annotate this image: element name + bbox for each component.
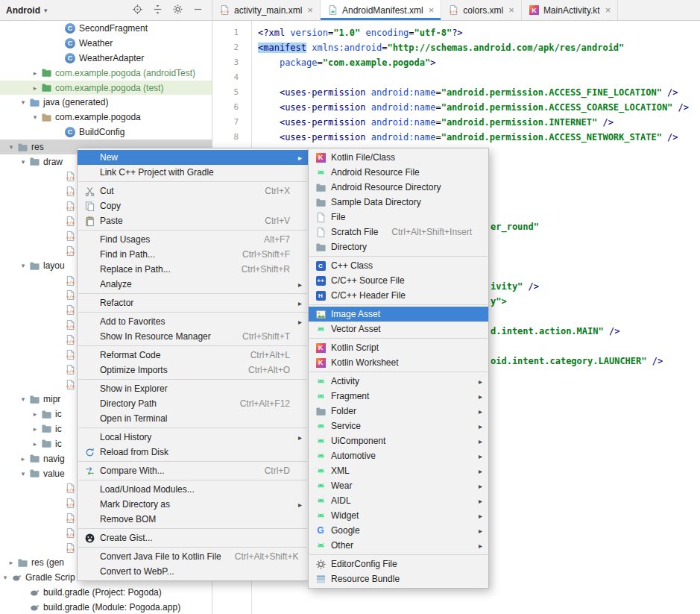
tree-expand-chevron[interactable]: ▸ bbox=[18, 455, 28, 463]
submenu-item-editorconfig-file[interactable]: EditorConfig File bbox=[309, 557, 488, 571]
tree-row-weatheradapter[interactable]: C WeatherAdapter bbox=[0, 51, 212, 66]
menu-item-show-in-resource-manager[interactable]: Show In Resource Manager Ctrl+Shift+T bbox=[78, 329, 308, 344]
menu-item-compare-with[interactable]: Compare With... Ctrl+D bbox=[78, 463, 308, 478]
menu-item-copy[interactable]: Copy bbox=[78, 198, 308, 213]
menu-item-convert-java-file-to-kotlin-file[interactable]: Convert Java File to Kotlin File Ctrl+Al… bbox=[78, 549, 308, 564]
tree-row-secondfragment[interactable]: C SecondFragment bbox=[0, 21, 212, 36]
tree-row-com-example-pogoda[interactable]: ▾ com.example.pogoda bbox=[0, 110, 212, 125]
submenu-item-sample-data-directory[interactable]: Sample Data Directory bbox=[309, 195, 488, 210]
menu-item-optimize-imports[interactable]: Optimize Imports Ctrl+Alt+O bbox=[78, 363, 308, 378]
project-view-selector[interactable]: Android ▾ bbox=[6, 5, 48, 16]
editor-tab-activity-main-xml[interactable]: </> activity_main.xml × bbox=[212, 0, 321, 20]
submenu-item-vector-asset[interactable]: Vector Asset bbox=[309, 322, 488, 336]
android-icon bbox=[314, 480, 327, 492]
submenu-arrow-icon: ▸ bbox=[294, 433, 302, 442]
submenu-item-image-asset[interactable]: Image Asset bbox=[309, 307, 488, 322]
submenu-item-widget[interactable]: Widget ▸ bbox=[309, 508, 488, 523]
project-toolbar-actions bbox=[130, 4, 204, 17]
submenu-item-service[interactable]: Service ▸ bbox=[309, 419, 488, 433]
menu-item-analyze[interactable]: Analyze ▸ bbox=[78, 277, 308, 292]
menu-item-refactor[interactable]: Refactor ▸ bbox=[78, 295, 308, 310]
close-tab-icon[interactable]: × bbox=[307, 4, 313, 16]
menu-separator bbox=[78, 181, 307, 182]
tree-row-com-example-pogoda-androidtest[interactable]: ▸ com.example.pogoda (androidTest) bbox=[0, 66, 212, 81]
submenu-item-folder[interactable]: Folder ▸ bbox=[309, 404, 488, 419]
submenu-item-fragment[interactable]: Fragment ▸ bbox=[309, 389, 488, 404]
submenu-item-uicomponent[interactable]: UiComponent ▸ bbox=[309, 433, 488, 448]
editorconfig-icon bbox=[314, 558, 327, 570]
menu-item-mark-directory-as[interactable]: Mark Directory as ▸ bbox=[78, 497, 308, 512]
tree-expand-chevron[interactable]: ▾ bbox=[18, 262, 28, 269]
submenu-item-android-resource-directory[interactable]: Android Resource Directory bbox=[309, 180, 488, 195]
tree-expand-chevron[interactable]: ▸ bbox=[30, 410, 40, 418]
tree-expand-chevron[interactable]: ▸ bbox=[30, 440, 40, 448]
editor-tab-mainactivity-kt[interactable]: K MainActivity.kt × bbox=[522, 0, 618, 20]
close-tab-icon[interactable]: × bbox=[605, 4, 611, 16]
menu-item-reload-from-disk[interactable]: Reload from Disk bbox=[78, 445, 308, 460]
menu-item-local-history[interactable]: Local History ▸ bbox=[78, 430, 308, 445]
editor-tab-colors-xml[interactable]: </> colors.xml × bbox=[441, 0, 522, 20]
tree-expand-chevron[interactable]: ▾ bbox=[18, 470, 28, 477]
menu-item-paste[interactable]: Paste Ctrl+V bbox=[78, 213, 308, 228]
menu-item-reformat-code[interactable]: Reformat Code Ctrl+Alt+L bbox=[78, 348, 308, 363]
tree-expand-chevron[interactable]: ▾ bbox=[30, 113, 40, 121]
submenu-item-xml[interactable]: XML ▸ bbox=[309, 463, 488, 478]
close-tab-icon[interactable]: × bbox=[508, 4, 514, 16]
submenu-item-other[interactable]: Other ▸ bbox=[309, 538, 488, 553]
menu-item-find-in-path[interactable]: Find in Path... Ctrl+Shift+F bbox=[78, 247, 308, 262]
toolbar-button[interactable] bbox=[191, 4, 204, 17]
submenu-item-scratch-file[interactable]: Scratch File Ctrl+Alt+Shift+Insert bbox=[309, 225, 488, 239]
tree-expand-chevron[interactable]: ▾ bbox=[18, 395, 28, 403]
tree-expand-chevron[interactable]: ▸ bbox=[6, 559, 16, 566]
tree-expand-chevron[interactable]: ▾ bbox=[0, 574, 10, 581]
menu-item-find-usages[interactable]: Find Usages Alt+F7 bbox=[78, 232, 308, 247]
tree-row-build-gradle-module-pogoda-app[interactable]: build.gradle (Module: Pogoda.app) bbox=[0, 600, 212, 614]
editor-tab-androidmanifest-xml[interactable]: AndroidManifest.xml × bbox=[321, 0, 441, 20]
submenu-item-kotlin-worksheet[interactable]: K Kotlin Worksheet bbox=[309, 355, 488, 370]
tree-row-com-example-pogoda-test[interactable]: ▸ com.example.pogoda (test) bbox=[0, 81, 212, 95]
tree-row-buildconfig[interactable]: C BuildConfig bbox=[0, 125, 212, 140]
close-tab-icon[interactable]: × bbox=[429, 4, 435, 16]
menu-item-remove-bom[interactable]: Remove BOM bbox=[78, 512, 308, 527]
tree-row-java-generated[interactable]: ▾ java (generated) bbox=[0, 95, 212, 110]
submenu-item-c-class[interactable]: C C++ Class bbox=[309, 258, 488, 273]
tree-expand-chevron[interactable]: ▾ bbox=[6, 143, 16, 151]
submenu-item-automotive[interactable]: Automotive ▸ bbox=[309, 448, 488, 463]
menu-item-show-in-explorer[interactable]: Show in Explorer bbox=[78, 381, 308, 396]
submenu-arrow-icon: ▸ bbox=[475, 407, 482, 416]
tree-expand-chevron[interactable]: ▾ bbox=[18, 158, 28, 166]
menu-item-new[interactable]: New ▸ bbox=[78, 150, 308, 165]
tree-row-weather[interactable]: C Weather bbox=[0, 36, 212, 51]
submenu-item-google[interactable]: G Google ▸ bbox=[309, 523, 488, 538]
menu-item-link-c-project-with-gradle[interactable]: Link C++ Project with Gradle bbox=[78, 165, 308, 180]
folder-icon bbox=[28, 260, 40, 272]
menu-item-add-to-favorites[interactable]: Add to Favorites ▸ bbox=[78, 314, 308, 329]
menu-item-replace-in-path[interactable]: Replace in Path... Ctrl+Shift+R bbox=[78, 262, 308, 277]
submenu-item-aidl[interactable]: AIDL ▸ bbox=[309, 493, 488, 508]
submenu-item-activity[interactable]: Activity ▸ bbox=[309, 374, 488, 389]
menu-item-open-in-terminal[interactable]: Open in Terminal bbox=[78, 411, 308, 426]
toolbar-button[interactable] bbox=[171, 4, 184, 17]
menu-item-create-gist[interactable]: Create Gist... bbox=[78, 530, 308, 545]
submenu-item-kotlin-script[interactable]: K Kotlin Script bbox=[309, 340, 488, 355]
submenu-item-resource-bundle[interactable]: Resource Bundle bbox=[309, 571, 488, 586]
toolbar-button[interactable] bbox=[130, 4, 144, 17]
submenu-item-android-resource-file[interactable]: Android Resource File bbox=[309, 165, 488, 180]
tree-expand-chevron[interactable]: ▾ bbox=[18, 98, 28, 106]
submenu-item-directory[interactable]: Directory bbox=[309, 239, 488, 254]
menu-item-cut[interactable]: Cut Ctrl+X bbox=[78, 184, 308, 198]
toolbar-button[interactable] bbox=[151, 4, 164, 17]
tree-row-build-gradle-project-pogoda[interactable]: build.gradle (Project: Pogoda) bbox=[0, 585, 212, 600]
submenu-item-c-c-source-file[interactable]: ++ C/C++ Source File bbox=[309, 273, 488, 288]
submenu-item-wear[interactable]: Wear ▸ bbox=[309, 478, 488, 493]
submenu-item-kotlin-file-class[interactable]: K Kotlin File/Class bbox=[309, 150, 488, 165]
menu-item-load-unload-modules[interactable]: Load/Unload Modules... bbox=[78, 482, 308, 497]
menu-item-convert-to-webp[interactable]: Convert to WebP... bbox=[78, 564, 308, 579]
tree-expand-chevron[interactable]: ▸ bbox=[30, 425, 40, 433]
tree-expand-chevron[interactable]: ▸ bbox=[30, 69, 40, 77]
submenu-item-file[interactable]: File bbox=[309, 210, 488, 225]
menu-item-directory-path[interactable]: Directory Path Ctrl+Alt+F12 bbox=[78, 396, 308, 411]
tree-expand-chevron[interactable]: ▸ bbox=[30, 84, 40, 92]
submenu-item-c-c-header-file[interactable]: H C/C++ Header File bbox=[309, 288, 488, 303]
svg-text:</>: </> bbox=[66, 369, 75, 374]
